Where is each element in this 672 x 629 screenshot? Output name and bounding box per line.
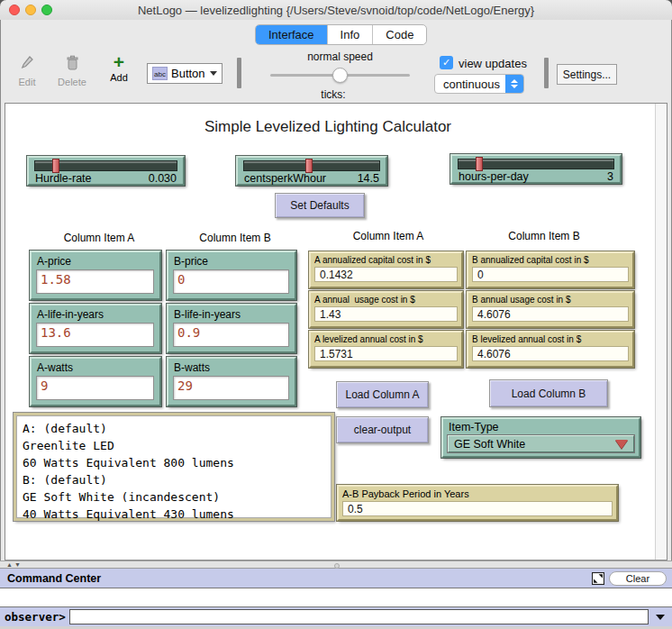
add-button[interactable]: + Add (101, 54, 137, 83)
stepper-up-icon (511, 79, 518, 83)
expand-icon[interactable] (592, 572, 604, 585)
input-label: B-life-in-years (168, 305, 295, 322)
chevron-down-icon (210, 71, 217, 76)
input-label: A-watts (32, 359, 159, 375)
update-mode-value: continuous (435, 77, 505, 91)
monitor-a-annual-usage: A annual usage cost in $ 1.43 (309, 291, 463, 328)
monitor-value: 0.1432 (314, 267, 458, 282)
button-widget-icon: abc (152, 67, 168, 80)
slider-handle[interactable] (52, 159, 59, 173)
monitor-value: 0.5 (342, 501, 613, 516)
slider-track[interactable] (243, 160, 380, 171)
clear-output-label: clear-output (354, 424, 411, 436)
monitor-b-annualized-capital: B annualized capital cost in $ 0 (467, 251, 634, 288)
monitor-value: 1.5731 (314, 346, 458, 361)
monitor-b-annual-usage: B annual usage cost in $ 4.6076 (467, 291, 634, 328)
edit-button[interactable]: Edit (9, 55, 45, 87)
column-header-a-inputs: Column Item A (27, 232, 171, 244)
input-field[interactable]: 0 (173, 269, 289, 294)
set-defaults-button[interactable]: Set Defaults (275, 193, 365, 218)
monitor-b-levelized-annual: B levelized annual cost in $ 4.6076 (467, 331, 634, 368)
slider-track[interactable] (458, 159, 614, 169)
tab-info[interactable]: Info (328, 25, 374, 44)
command-center-splitter[interactable]: ▲▼ (0, 561, 672, 569)
input-field[interactable]: 13.6 (36, 323, 154, 347)
slider-centsperkwhour[interactable]: centsperkWhour 14.5 (236, 156, 387, 186)
splitter-grip-icon[interactable] (334, 563, 340, 569)
stepper-icons (505, 74, 523, 94)
tab-bar: Interface Info Code (255, 24, 427, 45)
monitor-label: A levelized annual cost in $ (311, 333, 461, 345)
tab-interface[interactable]: Interface (256, 25, 328, 44)
command-center-title: Command Center (0, 572, 592, 585)
chooser-dropdown-icon (615, 440, 628, 449)
add-label: Add (101, 72, 137, 83)
input-field[interactable]: 1.58 (36, 269, 154, 294)
slider-track[interactable] (34, 160, 177, 171)
clear-button[interactable]: Clear (609, 571, 667, 586)
widget-type-value: Button (171, 67, 206, 80)
monitor-a-levelized-annual: A levelized annual cost in $ 1.5731 (309, 331, 463, 368)
slider-name: hours-per-day (459, 170, 529, 183)
input-b-watts[interactable]: B-watts 29 (167, 357, 296, 406)
load-column-a-button[interactable]: Load Column A (336, 381, 429, 408)
observer-row: observer> (0, 607, 672, 626)
title-bar: NetLogo — levelizedlighting {/Users/Stev… (0, 0, 672, 20)
input-label: A-life-in-years (32, 305, 159, 322)
vertical-scrollbar[interactable] (655, 104, 667, 560)
tab-code[interactable]: Code (373, 25, 426, 44)
column-header-b-inputs: Column Item B (168, 232, 303, 244)
monitor-value: 0 (472, 267, 629, 282)
pencil-icon (21, 55, 34, 71)
slider-handle[interactable] (305, 159, 313, 173)
slider-hours-per-day[interactable]: hours-per-day 3 (450, 154, 622, 184)
load-column-b-button[interactable]: Load Column B (489, 379, 608, 407)
delete-button[interactable]: Delete (54, 55, 90, 87)
item-type-chooser[interactable]: Item-Type GE Soft White (441, 417, 640, 458)
column-header-a-monitors: Column Item A (307, 230, 469, 242)
clear-label: Clear (626, 573, 649, 584)
set-defaults-label: Set Defaults (290, 199, 349, 212)
load-column-b-label: Load Column B (512, 387, 586, 400)
input-a-watts[interactable]: A-watts 9 (30, 357, 161, 406)
command-center-output (0, 588, 672, 607)
monitor-payback-period: A-B Payback Period in Years 0.5 (337, 485, 618, 521)
slider-hurdle-rate[interactable]: Hurdle-rate 0.030 (27, 156, 185, 186)
slider-handle[interactable] (476, 157, 483, 171)
settings-button[interactable]: Settings... (557, 64, 617, 85)
history-dropdown-icon[interactable] (656, 615, 665, 620)
slider-value: 3 (607, 170, 613, 183)
speed-slider-label: normal speed (270, 50, 410, 63)
slider-name: Hurdle-rate (35, 172, 92, 185)
monitor-label: B annualized capital cost in $ (468, 253, 632, 266)
observer-prompt[interactable]: observer> (0, 610, 69, 624)
input-field[interactable]: 9 (36, 376, 154, 400)
check-icon: ✓ (442, 57, 450, 68)
input-field[interactable]: 0.9 (173, 323, 289, 347)
input-field[interactable]: 29 (173, 376, 289, 400)
command-input[interactable] (69, 609, 649, 624)
input-b-life-in-years[interactable]: B-life-in-years 0.9 (167, 304, 296, 353)
input-label: A-price (32, 252, 159, 269)
monitor-label: A annual usage cost in $ (311, 293, 461, 305)
input-b-price[interactable]: B-price 0 (167, 251, 296, 300)
monitor-value: 1.43 (314, 306, 458, 322)
clear-output-button[interactable]: clear-output (336, 416, 429, 443)
view-updates-checkbox[interactable]: ✓ (440, 56, 453, 69)
input-label: B-price (168, 252, 295, 269)
input-a-price[interactable]: A-price 1.58 (30, 251, 161, 300)
splitter-collapse-icons[interactable]: ▲▼ (6, 561, 23, 569)
input-a-life-in-years[interactable]: A-life-in-years 13.6 (30, 304, 161, 353)
toolbar-separator (237, 58, 241, 88)
load-column-a-label: Load Column A (345, 388, 419, 401)
slider-value: 0.030 (149, 172, 177, 185)
slider-value: 14.5 (358, 172, 379, 185)
ticks-label: ticks: (270, 88, 396, 101)
update-mode-select[interactable]: continuous (434, 74, 524, 94)
widget-type-dropdown[interactable]: abc Button (147, 63, 222, 84)
chooser-field[interactable]: GE Soft White (448, 435, 634, 452)
speed-slider-handle[interactable] (332, 68, 348, 83)
monitor-a-annualized-capital: A annualized capital cost in $ 0.1432 (309, 251, 463, 288)
speed-slider[interactable] (270, 74, 410, 77)
view-updates-label: view updates (459, 57, 527, 70)
